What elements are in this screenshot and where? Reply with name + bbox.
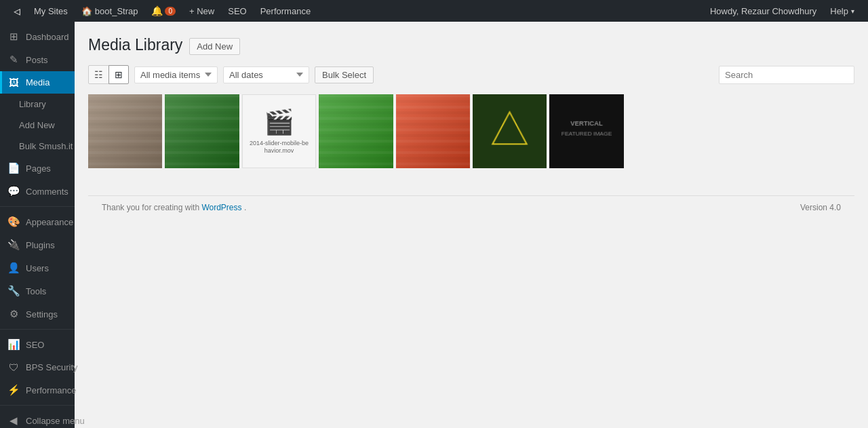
- sidebar-item-plugins[interactable]: 🔌 Plugins: [0, 233, 75, 256]
- my-sites-label: My Sites: [34, 6, 68, 16]
- sidebar-label-add-new: Add New: [19, 120, 55, 130]
- sidebar-label-bulk-smush: Bulk Smush.it: [19, 141, 73, 151]
- media-item[interactable]: 🎬 2014-slider-mobile-behavior.mov: [242, 94, 316, 168]
- bps-icon: 🛡: [7, 362, 20, 373]
- sidebar-label-pages: Pages: [26, 163, 51, 174]
- list-view-icon: ☷: [94, 69, 103, 80]
- appearance-icon: 🎨: [7, 216, 20, 228]
- media-item[interactable]: [549, 94, 623, 168]
- footer-version: Version 4.0: [800, 203, 841, 212]
- media-item[interactable]: [319, 94, 393, 168]
- admin-bar: ◃ My Sites 🏠 boot_Strap 🔔 0 + New SEO Pe…: [0, 0, 868, 22]
- new-label: + New: [189, 6, 214, 16]
- list-view-button[interactable]: ☷: [88, 65, 109, 84]
- adminbar-my-sites[interactable]: My Sites: [27, 0, 75, 22]
- sidebar-item-pages[interactable]: 📄 Pages: [0, 157, 75, 180]
- grid-view-button[interactable]: ⊞: [108, 65, 129, 84]
- sidebar-label-comments: Comments: [26, 187, 68, 197]
- media-item[interactable]: [88, 94, 162, 168]
- sidebar-label-bps: BPS Security: [26, 362, 78, 372]
- bulk-select-button[interactable]: Bulk Select: [315, 66, 374, 83]
- collapse-icon: ◀: [7, 414, 20, 427]
- dashboard-icon: ⊞: [7, 31, 20, 43]
- sidebar-item-posts[interactable]: ✎ Posts: [0, 48, 75, 71]
- tools-icon: 🔧: [7, 285, 20, 297]
- filter-dates-select[interactable]: All dates January 2015 December 2014: [223, 66, 309, 83]
- settings-icon: ⚙: [7, 308, 20, 320]
- main-content: Media Library Add New ☷ ⊞ All media item…: [75, 22, 868, 428]
- seo-sidebar-icon: 📊: [7, 338, 20, 351]
- sidebar-label-media: Media: [26, 77, 50, 87]
- plugins-icon: 🔌: [7, 239, 20, 251]
- sidebar: ⊞ Dashboard ✎ Posts 🖼 Media Library Add …: [0, 22, 75, 428]
- footer-wordpress-link[interactable]: WordPress: [201, 203, 241, 212]
- media-item[interactable]: [473, 94, 547, 168]
- search-wrap: [719, 66, 854, 84]
- adminbar-performance[interactable]: Performance: [254, 0, 317, 22]
- search-input[interactable]: [719, 66, 854, 84]
- sidebar-label-users: Users: [26, 263, 49, 273]
- sidebar-item-performance[interactable]: ⚡ Performance: [0, 378, 75, 402]
- sidebar-item-tools[interactable]: 🔧 Tools: [0, 279, 75, 303]
- sidebar-label-performance: Performance: [26, 385, 76, 395]
- pages-icon: 📄: [7, 162, 20, 174]
- adminbar-wp-logo[interactable]: ◃: [7, 0, 27, 22]
- sidebar-item-settings[interactable]: ⚙ Settings: [0, 303, 75, 326]
- media-icon: 🖼: [7, 77, 20, 88]
- sidebar-item-add-new[interactable]: Add New: [0, 115, 75, 136]
- performance-sidebar-icon: ⚡: [7, 384, 20, 396]
- media-item[interactable]: [165, 94, 239, 168]
- footer-credit: Thank you for creating with WordPress .: [102, 203, 246, 212]
- sidebar-label-library: Library: [19, 99, 46, 109]
- file-type-icon: 🎬: [264, 108, 294, 136]
- comments-icon: 💬: [7, 185, 20, 197]
- sidebar-item-library[interactable]: Library: [0, 94, 75, 115]
- sidebar-item-collapse[interactable]: ◀ Collapse menu: [0, 409, 75, 428]
- media-grid: 🎬 2014-slider-mobile-behavior.mov: [88, 94, 854, 168]
- updates-badge: 0: [165, 7, 176, 16]
- sidebar-item-comments[interactable]: 💬 Comments: [0, 180, 75, 203]
- help-chevron: ▾: [851, 7, 854, 15]
- site-name-label: boot_Strap: [95, 6, 138, 16]
- page-header: Media Library Add New: [88, 35, 854, 55]
- view-switch: ☷ ⊞: [88, 65, 129, 84]
- sidebar-item-users[interactable]: 👤 Users: [0, 256, 75, 279]
- media-item[interactable]: [396, 94, 470, 168]
- adminbar-new[interactable]: + New: [182, 0, 221, 22]
- sidebar-item-bulk-smush[interactable]: Bulk Smush.it: [0, 136, 75, 157]
- sidebar-label-appearance: Appearance: [26, 217, 73, 227]
- sidebar-item-dashboard[interactable]: ⊞ Dashboard: [0, 25, 75, 48]
- seo-label: SEO: [228, 6, 246, 16]
- posts-icon: ✎: [7, 54, 20, 66]
- users-icon: 👤: [7, 262, 20, 274]
- adminbar-site-name[interactable]: 🏠 boot_Strap: [75, 0, 145, 22]
- add-new-button[interactable]: Add New: [189, 38, 240, 55]
- sidebar-item-bps-security[interactable]: 🛡 BPS Security: [0, 356, 75, 378]
- sidebar-label-settings: Settings: [26, 309, 58, 319]
- file-name-label: 2014-slider-mobile-behavior.mov: [248, 140, 310, 155]
- howdy-text: Howdy, Rezaur Chowdhury: [710, 6, 816, 16]
- adminbar-seo[interactable]: SEO: [221, 0, 253, 22]
- filter-media-select[interactable]: All media items Images Audio Video Docum…: [134, 66, 218, 83]
- footer: Thank you for creating with WordPress . …: [88, 195, 854, 219]
- sidebar-label-collapse: Collapse menu: [26, 416, 85, 426]
- help-label: Help: [830, 6, 848, 16]
- sidebar-label-seo: SEO: [26, 340, 44, 350]
- grid-view-icon: ⊞: [115, 69, 123, 80]
- page-title: Media Library: [88, 36, 182, 54]
- sidebar-label-tools: Tools: [26, 286, 46, 296]
- sidebar-label-posts: Posts: [26, 55, 48, 65]
- media-toolbar: ☷ ⊞ All media items Images Audio Video D…: [88, 65, 854, 84]
- sidebar-label-dashboard: Dashboard: [26, 32, 69, 42]
- help-button[interactable]: Help ▾: [823, 0, 861, 22]
- performance-label: Performance: [260, 6, 311, 16]
- sidebar-label-plugins: Plugins: [26, 240, 55, 250]
- footer-thankyou: Thank you for creating with: [102, 203, 201, 212]
- sidebar-item-media[interactable]: 🖼 Media: [0, 71, 75, 94]
- adminbar-howdy[interactable]: Howdy, Rezaur Chowdhury: [703, 0, 823, 22]
- adminbar-updates[interactable]: 🔔 0: [144, 0, 182, 22]
- sidebar-item-appearance[interactable]: 🎨 Appearance: [0, 210, 75, 233]
- sidebar-item-seo[interactable]: 📊 SEO: [0, 333, 75, 356]
